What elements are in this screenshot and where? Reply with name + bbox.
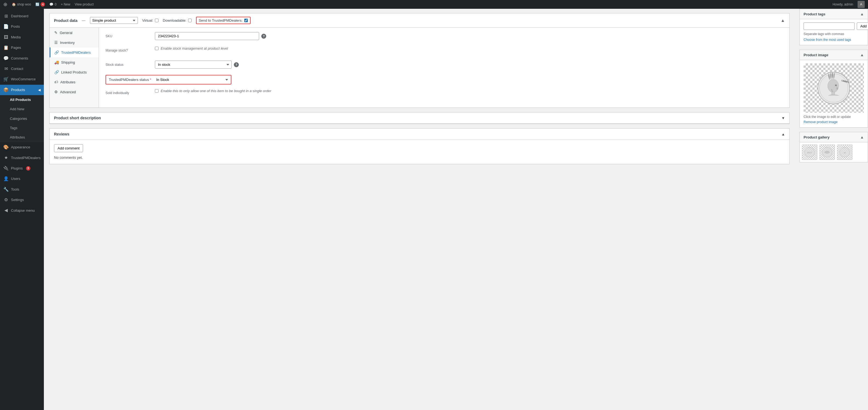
product-image-area[interactable]: LIBERTY [804, 63, 864, 113]
product-gallery-widget: Product gallery ▲ 2017 [800, 132, 868, 163]
sku-label: SKU [105, 32, 155, 38]
tags-hint: Separate tags with commas [804, 32, 864, 36]
comments-item[interactable]: 💬 0 [49, 2, 57, 6]
product-short-description-box: Product short description ▼ [49, 112, 789, 124]
sold-individually-hint: Enable this to only allow one of this it… [161, 89, 271, 93]
plugins-icon: 🔌 [3, 165, 9, 171]
sold-individually-label: Sold individually [105, 89, 155, 95]
sidebar-item-users[interactable]: 👤 Users [0, 174, 44, 184]
virtual-checkbox[interactable] [155, 19, 158, 22]
svg-point-2 [828, 79, 839, 92]
sku-help-icon[interactable]: ? [261, 34, 266, 39]
collapse-icon: ◀ [3, 207, 9, 213]
tab-shipping[interactable]: 🚚 Shipping [50, 57, 99, 67]
send-to-trusted-label: Send to TrustedPMDealers: [199, 18, 243, 23]
product-image-widget: Product image ▲ [800, 50, 868, 127]
sidebar-item-attributes[interactable]: Attributes [0, 133, 44, 142]
product-gallery-toggle-button[interactable]: ▲ [860, 135, 864, 139]
reviews-header[interactable]: Reviews ▲ [50, 128, 789, 140]
manage-stock-checkbox[interactable] [155, 47, 158, 50]
remove-product-image-link[interactable]: Remove product image [804, 120, 838, 124]
products-icon: 📦 [3, 87, 9, 93]
tags-choose-link[interactable]: Choose from the most used tags [804, 38, 851, 42]
sidebar-item-settings[interactable]: ⚙ Settings [0, 195, 44, 205]
product-image-toggle-button[interactable]: ▲ [860, 53, 864, 57]
product-image-content: LIBERTY Click the image to edit or updat… [800, 60, 868, 127]
sold-individually-checkbox[interactable] [155, 89, 158, 93]
product-type-select[interactable]: Simple product Grouped product External/… [90, 17, 138, 24]
virtual-label: Virtual: [142, 18, 153, 23]
tab-trustedpmdealers[interactable]: 🔗 TrustedPMDealers [50, 48, 99, 57]
send-to-trusted-checkbox[interactable] [244, 19, 248, 22]
add-comment-button[interactable]: Add comment [54, 144, 83, 152]
product-short-description-header[interactable]: Product short description ▼ [50, 112, 789, 124]
sidebar-item-collapse[interactable]: ◀ Collapse menu [0, 205, 44, 215]
product-tags-toggle-button[interactable]: ▲ [860, 12, 864, 16]
appearance-icon: 🎨 [3, 144, 9, 150]
sidebar-item-tags[interactable]: Tags [0, 123, 44, 133]
sold-individually-row: Sold individually Enable this to only al… [105, 89, 783, 99]
stock-status-help-icon[interactable]: ? [234, 62, 239, 67]
sidebar-item-plugins[interactable]: 🔌 Plugins 3 [0, 163, 44, 174]
users-icon: 👤 [3, 176, 9, 182]
stock-status-select[interactable]: In stock Out of stock On backorder [155, 61, 232, 68]
trusted-status-row: TrustedPMDealers status * In Stock Out o… [105, 75, 783, 85]
sidebar-item-trustedpmdealers[interactable]: ★ TrustedPMDealers [0, 152, 44, 163]
sidebar-item-dashboard[interactable]: ⊞ Dashboard [0, 11, 44, 21]
tab-general[interactable]: ✎ General [50, 28, 99, 37]
gallery-thumb-1[interactable]: 2017 [802, 145, 817, 160]
trusted-required-star: * [150, 78, 151, 82]
sku-field: ? [155, 32, 783, 40]
sidebar: ⊞ Dashboard 📄 Posts 🖼 Media 📋 Pages 💬 Co… [0, 9, 44, 410]
sidebar-item-categories[interactable]: Categories [0, 114, 44, 123]
wp-logo[interactable]: ⊕ [3, 1, 7, 7]
trusted-status-label: TrustedPMDealers status * [107, 77, 154, 83]
advanced-tab-icon: ⚙ [54, 90, 58, 94]
sidebar-item-comments[interactable]: 💬 Comments [0, 53, 44, 64]
sidebar-item-woocommerce[interactable]: 🛒 WooCommerce [0, 74, 44, 85]
main-content: Product data — Simple product Grouped pr… [44, 9, 795, 410]
downloadable-checkbox-group: Downloadable: [163, 18, 192, 23]
product-tags-title: Product tags [804, 12, 825, 16]
sidebar-item-add-new[interactable]: Add New [0, 105, 44, 114]
tab-attributes[interactable]: 🏷 Attributes [50, 77, 99, 87]
home-icon: 🏠 [12, 2, 16, 6]
gallery-thumb-2[interactable] [819, 145, 835, 160]
site-name[interactable]: 🏠 shop woo [12, 2, 31, 6]
plugins-badge: 3 [26, 166, 30, 171]
tags-add-button[interactable]: Add [857, 23, 868, 30]
sidebar-item-all-products[interactable]: All Products [0, 95, 44, 105]
tab-inventory[interactable]: ☰ Inventory [50, 37, 99, 48]
manage-stock-row: Manage stock? Enable stock management at… [105, 46, 783, 56]
sku-input[interactable] [155, 32, 259, 40]
sidebar-item-contact[interactable]: ✉ Contact [0, 64, 44, 74]
trusted-sidebar-icon: ★ [3, 155, 9, 161]
tab-linked-products[interactable]: 🔗 Linked Products [50, 67, 99, 77]
reviews-toggle: ▲ [781, 132, 785, 136]
sidebar-item-tools[interactable]: 🔧 Tools [0, 184, 44, 195]
products-arrow: ◀ [38, 88, 40, 92]
linked-products-tab-icon: 🔗 [54, 70, 59, 74]
updates-badge: 4 [40, 2, 45, 7]
tags-input-row: Add [804, 23, 864, 30]
downloadable-checkbox[interactable] [188, 19, 192, 22]
send-to-trusted-group: Send to TrustedPMDealers: [196, 17, 251, 24]
product-data-title: Product data [54, 18, 78, 23]
attributes-tab-icon: 🏷 [54, 80, 58, 84]
sidebar-item-appearance[interactable]: 🎨 Appearance [0, 142, 44, 152]
sidebar-item-media[interactable]: 🖼 Media [0, 32, 44, 42]
gallery-thumb-3[interactable]: ●● [837, 145, 852, 160]
product-data-collapse-button[interactable]: ▲ [780, 18, 785, 23]
view-product-link[interactable]: View product [74, 2, 93, 6]
updates-item[interactable]: 🔄 4 [35, 2, 45, 7]
downloadable-label: Downloadable: [163, 18, 186, 23]
new-button[interactable]: + New [61, 2, 70, 6]
sidebar-item-posts[interactable]: 📄 Posts [0, 21, 44, 32]
trusted-status-select[interactable]: In Stock Out of Stock Pre-Order [154, 76, 230, 83]
sidebar-item-products[interactable]: 📦 Products ◀ [0, 85, 44, 95]
tab-advanced[interactable]: ⚙ Advanced [50, 87, 99, 97]
tags-text-input[interactable] [804, 23, 855, 30]
sku-row: SKU ? [105, 32, 783, 42]
svg-text:2017: 2017 [807, 151, 812, 154]
sidebar-item-pages[interactable]: 📋 Pages [0, 42, 44, 53]
